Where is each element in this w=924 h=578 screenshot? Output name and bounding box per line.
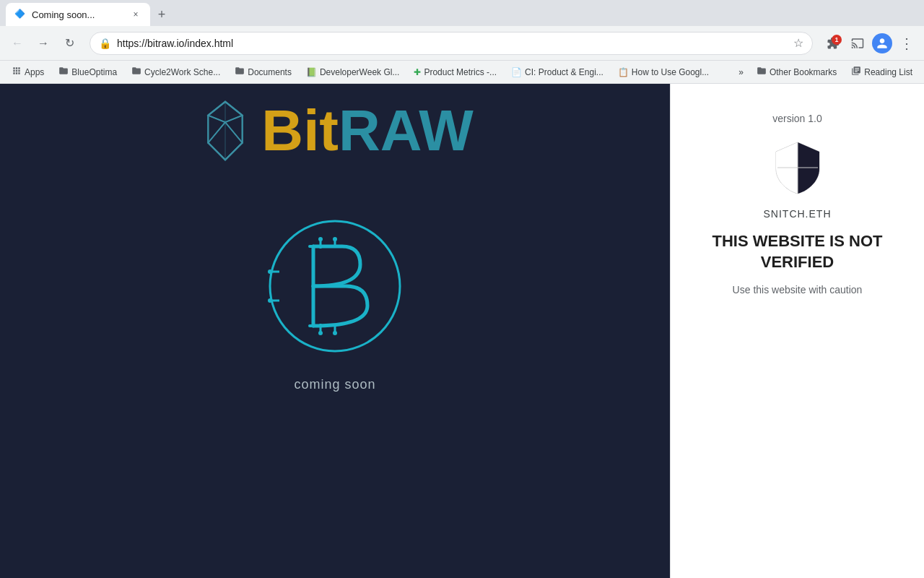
- svg-point-17: [318, 331, 323, 335]
- green-plus-icon: ✚: [414, 67, 421, 77]
- version-text: version 1.0: [772, 113, 821, 124]
- shield-warning-icon: [769, 139, 827, 197]
- bookmark-product-metrics[interactable]: ✚ Product Metrics -...: [408, 66, 502, 79]
- active-tab[interactable]: 🔷 Coming soon... ×: [6, 3, 150, 26]
- website-panel: Bit RAW: [0, 84, 670, 578]
- logo-area: Bit RAW: [196, 98, 473, 163]
- reading-list-icon: [851, 66, 861, 78]
- menu-button[interactable]: ⋮: [895, 32, 918, 55]
- bookmark-documents[interactable]: Documents: [229, 64, 297, 79]
- tab-title: Coming soon...: [32, 9, 124, 20]
- bookmark-ci-product[interactable]: 📄 CI: Product & Engi...: [505, 66, 609, 79]
- refresh-button[interactable]: ↻: [58, 32, 81, 55]
- bookmark-cycle2work-label: Cycle2Work Sche...: [144, 67, 220, 77]
- toolbar: ← → ↻ 🔒 https://bitraw.io/index.html ☆ 1: [0, 26, 924, 61]
- avatar: [872, 33, 892, 53]
- tab-bar: 🔷 Coming soon... × +: [0, 0, 924, 26]
- browser-frame: 🔷 Coming soon... × + ← → ↻ 🔒 https://bit…: [0, 0, 924, 578]
- bookmark-more-button[interactable]: »: [734, 66, 748, 79]
- reading-list-label: Reading List: [864, 67, 912, 77]
- purple-doc-icon: 📋: [618, 67, 629, 77]
- folder-icon-3: [235, 66, 245, 78]
- bookmarks-bar: Apps BlueOptima Cycle2Work Sche... Docum…: [0, 61, 924, 84]
- bitraw-logo-text: Bit RAW: [261, 102, 473, 160]
- bookmark-how-to-google-label: How to Use Googl...: [632, 67, 709, 77]
- bookmark-other[interactable]: Other Bookmarks: [751, 64, 842, 79]
- new-tab-button[interactable]: +: [152, 4, 172, 25]
- raw-text: RAW: [339, 102, 474, 160]
- bookmark-ci-product-label: CI: Product & Engi...: [525, 67, 603, 77]
- bookmark-apps[interactable]: Apps: [6, 64, 50, 79]
- bookmark-developerweek[interactable]: 📗 DeveloperWeek Gl...: [300, 66, 406, 79]
- warning-description: Use this website with caution: [733, 284, 863, 296]
- snitch-eth-label: SNITCH.ETH: [764, 208, 832, 220]
- bitcoin-area: coming soon: [263, 207, 407, 392]
- apps-grid-icon: [12, 66, 22, 78]
- bookmark-reading-list[interactable]: Reading List: [845, 64, 918, 79]
- warning-title: THIS WEBSITE IS NOT VERIFIED: [685, 231, 910, 272]
- extensions-button[interactable]: 1: [821, 32, 845, 55]
- back-button[interactable]: ←: [6, 32, 29, 55]
- address-bar[interactable]: 🔒 https://bitraw.io/index.html ☆: [90, 32, 813, 55]
- tab-close-button[interactable]: ×: [130, 9, 141, 20]
- bit-text: Bit: [261, 102, 339, 160]
- refresh-icon: ↻: [65, 36, 74, 50]
- folder-icon-2: [131, 66, 141, 78]
- bookmark-blueoptima-label: BlueOptima: [71, 67, 117, 77]
- main-content: Bit RAW: [0, 84, 924, 578]
- svg-point-18: [333, 331, 337, 335]
- cast-button[interactable]: [846, 32, 869, 55]
- toolbar-icons: 1 ⋮: [821, 32, 918, 55]
- menu-icon: ⋮: [899, 35, 914, 52]
- bookmark-blueoptima[interactable]: BlueOptima: [53, 64, 123, 79]
- url-text: https://bitraw.io/index.html: [117, 38, 788, 49]
- bookmark-developerweek-label: DeveloperWeek Gl...: [320, 67, 400, 77]
- forward-button[interactable]: →: [32, 32, 55, 55]
- blue-doc-icon: 📄: [511, 67, 522, 77]
- bitcoin-icon: [263, 207, 407, 366]
- lock-icon: 🔒: [99, 38, 111, 49]
- bookmark-how-to-google[interactable]: 📋 How to Use Googl...: [612, 66, 715, 79]
- back-icon: ←: [12, 37, 23, 50]
- extension-badge: 1: [832, 35, 842, 45]
- svg-point-15: [318, 237, 323, 241]
- svg-point-21: [268, 269, 272, 274]
- bookmark-documents-label: Documents: [248, 67, 292, 77]
- tab-favicon: 🔷: [14, 9, 26, 20]
- bookmark-star-icon[interactable]: ☆: [793, 36, 803, 50]
- green-doc-icon: 📗: [306, 67, 317, 77]
- svg-point-22: [268, 298, 272, 303]
- profile-button[interactable]: [871, 32, 894, 55]
- bookmark-product-metrics-label: Product Metrics -...: [424, 67, 497, 77]
- other-bookmarks-folder-icon: [757, 66, 767, 78]
- svg-point-16: [333, 237, 337, 241]
- folder-icon-1: [58, 66, 69, 78]
- forward-icon: →: [38, 37, 49, 50]
- bookmark-cycle2work[interactable]: Cycle2Work Sche...: [126, 64, 226, 79]
- coming-soon-text: coming soon: [294, 377, 375, 392]
- other-bookmarks-label: Other Bookmarks: [770, 67, 837, 77]
- snitch-panel: version 1.0 SNITCH.ETH THIS WEBSITE IS N…: [670, 84, 924, 578]
- crystal-icon: [196, 98, 254, 163]
- bookmark-apps-label: Apps: [25, 67, 44, 77]
